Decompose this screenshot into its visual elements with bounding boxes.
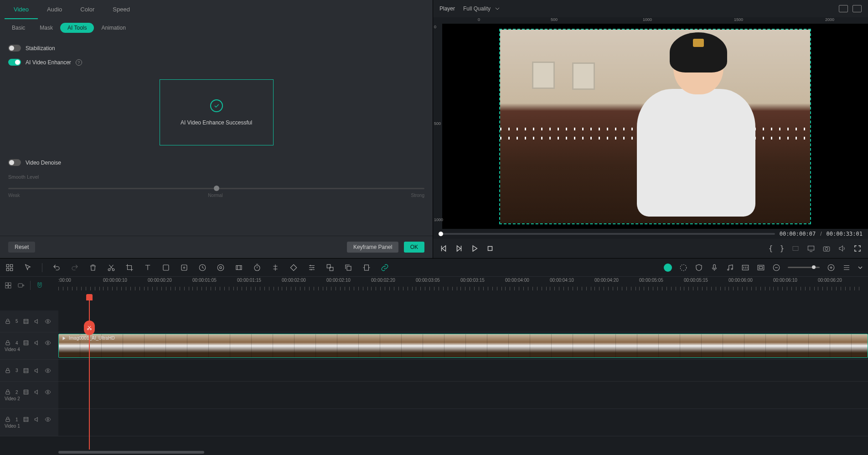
mute-icon[interactable] [34, 367, 40, 374]
mark-in-icon[interactable]: { [769, 244, 773, 253]
keyframe-panel-button[interactable]: Keyframe Panel [347, 242, 398, 253]
keyframe-icon[interactable] [289, 264, 298, 272]
eye-icon[interactable] [45, 318, 51, 325]
subtab-mask[interactable]: Mask [32, 23, 60, 33]
zoom-in-icon[interactable] [827, 264, 835, 272]
filmstrip-icon[interactable] [23, 318, 29, 325]
horizontal-scrollbar[interactable] [0, 450, 868, 455]
undo-icon[interactable] [52, 264, 61, 272]
play-forward-icon[interactable] [455, 244, 463, 253]
ok-button[interactable]: OK [404, 242, 424, 253]
mute-icon[interactable] [34, 416, 40, 423]
cut-icon[interactable] [107, 264, 115, 272]
shield-icon[interactable] [695, 264, 703, 272]
tab-video[interactable]: Video [5, 0, 38, 19]
mute-icon[interactable] [34, 318, 40, 325]
video-frame[interactable] [500, 30, 810, 223]
mute-icon[interactable] [34, 340, 40, 346]
enhancer-row: AI Video Enhancer ? [0, 55, 433, 69]
lock-icon[interactable] [5, 367, 11, 374]
quality-select[interactable]: Full Quality [463, 5, 500, 12]
track-2-content[interactable] [58, 382, 868, 408]
video-clip[interactable]: Imag0001_AI_UltraHD [58, 334, 868, 358]
lock-icon[interactable] [5, 340, 11, 346]
pointer-icon[interactable] [24, 264, 32, 272]
track-3-content[interactable] [58, 360, 868, 381]
subtab-basic[interactable]: Basic [5, 23, 32, 33]
player-controls: { } [433, 239, 868, 258]
help-icon[interactable]: ? [76, 59, 82, 66]
snapshot-view-icon[interactable] [852, 5, 862, 12]
th-grid-icon[interactable] [5, 282, 12, 289]
subtab-animation[interactable]: Animation [94, 23, 133, 33]
track-4-content[interactable]: Imag0001_AI_UltraHD [58, 332, 868, 359]
progress-slider[interactable] [439, 233, 775, 235]
zoom-slider[interactable] [788, 267, 820, 268]
redo-icon[interactable] [71, 264, 79, 272]
adjust-icon[interactable] [308, 264, 316, 272]
track-5-content[interactable] [58, 310, 868, 332]
enhancer-toggle[interactable] [8, 59, 21, 66]
filmstrip-icon[interactable] [23, 340, 29, 346]
grid-icon[interactable] [5, 264, 14, 272]
reset-button[interactable]: Reset [8, 242, 35, 253]
link-icon[interactable] [381, 264, 389, 272]
chevron-down-icon[interactable] [858, 265, 863, 270]
filmstrip-icon[interactable] [23, 367, 29, 374]
filmstrip-icon[interactable] [23, 389, 29, 395]
timer-icon[interactable] [253, 264, 261, 272]
camera-icon[interactable] [822, 244, 831, 253]
play-icon[interactable] [470, 244, 479, 253]
time-ruler[interactable]: :00:0000:00:00:1000:00:00:2000:00:01:050… [58, 277, 868, 294]
fullscreen-icon[interactable] [853, 244, 862, 253]
color-icon[interactable] [217, 264, 225, 272]
lock-icon[interactable] [5, 389, 11, 395]
stop-icon[interactable] [486, 244, 494, 253]
group-icon[interactable] [326, 264, 334, 272]
ratio-icon[interactable] [791, 244, 800, 253]
subtab-aitools[interactable]: AI Tools [60, 23, 94, 33]
mute-icon[interactable] [34, 389, 40, 395]
trim-icon[interactable] [362, 264, 371, 272]
eye-icon[interactable] [45, 389, 51, 395]
tab-color[interactable]: Color [71, 0, 103, 19]
zoom-out-icon[interactable] [772, 264, 780, 272]
render-icon[interactable] [679, 264, 687, 272]
delete-icon[interactable] [89, 264, 97, 272]
speed-icon[interactable] [198, 264, 207, 272]
crop-icon[interactable] [125, 264, 134, 272]
align-icon[interactable] [271, 264, 279, 272]
display-icon[interactable] [807, 244, 815, 253]
smooth-slider[interactable] [8, 188, 424, 189]
music-icon[interactable] [726, 264, 734, 272]
compare-view-icon[interactable] [839, 5, 848, 12]
eye-icon[interactable] [45, 340, 51, 346]
copy-icon[interactable] [344, 264, 352, 272]
prev-frame-icon[interactable] [439, 244, 448, 253]
th-record-icon[interactable] [17, 282, 25, 289]
filmstrip-icon[interactable] [23, 416, 29, 423]
eye-icon[interactable] [45, 367, 51, 374]
effects-icon[interactable] [235, 264, 243, 272]
mark-out-icon[interactable]: } [780, 244, 784, 253]
time-separator: / [820, 231, 822, 237]
track-1-content[interactable] [58, 409, 868, 436]
denoise-toggle[interactable] [8, 159, 21, 166]
stabilization-toggle[interactable] [8, 45, 21, 52]
lock-icon[interactable] [5, 318, 11, 325]
tab-audio[interactable]: Audio [38, 0, 71, 19]
list-icon[interactable] [842, 264, 851, 272]
green-marker-icon[interactable] [664, 264, 672, 272]
text-icon[interactable] [144, 264, 152, 272]
sticker-icon[interactable] [180, 264, 188, 272]
eye-icon[interactable] [45, 416, 51, 423]
mic-icon[interactable] [710, 264, 718, 272]
mixer-icon[interactable] [741, 264, 749, 272]
lock-icon[interactable] [5, 416, 11, 423]
magnet-icon[interactable] [36, 282, 43, 289]
tab-speed[interactable]: Speed [103, 0, 139, 19]
volume-icon[interactable] [838, 244, 846, 253]
safe-zone-icon[interactable] [757, 264, 765, 272]
canvas[interactable] [442, 24, 868, 229]
shape-icon[interactable] [162, 264, 170, 272]
